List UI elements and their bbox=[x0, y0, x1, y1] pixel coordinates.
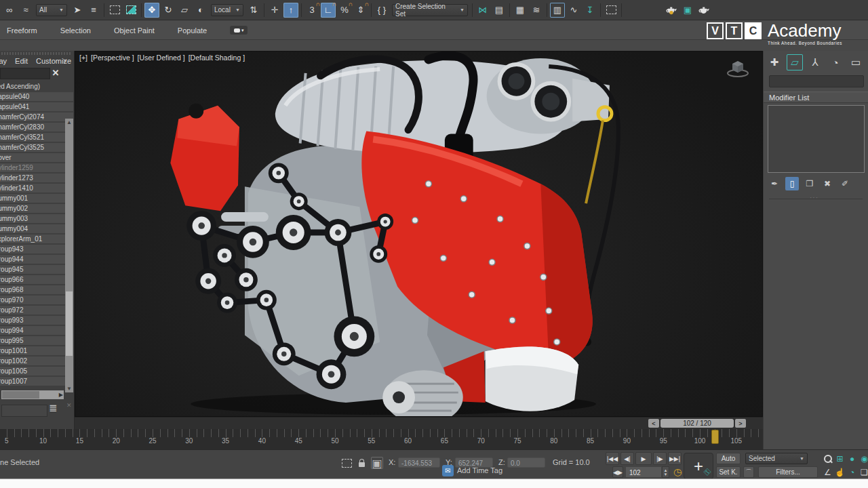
list-item[interactable]: Group995 bbox=[0, 336, 73, 345]
ribbon-tab-selection[interactable]: Selection bbox=[60, 26, 91, 35]
pin-stack-icon[interactable]: ✒ bbox=[768, 177, 781, 190]
selected-set-dropdown[interactable]: Selected▼ bbox=[745, 453, 808, 464]
list-item[interactable]: Capsule040 bbox=[0, 92, 73, 101]
frame-spinner[interactable]: ▲▼ bbox=[662, 466, 669, 478]
snap-toggle-3d-icon[interactable]: 3 bbox=[304, 3, 319, 18]
schematic-view-icon[interactable]: ↧ bbox=[583, 3, 597, 18]
hscrollbar-thumb[interactable] bbox=[2, 391, 39, 399]
play-button[interactable]: ▶ bbox=[635, 452, 652, 465]
list-item[interactable]: Group1007 bbox=[0, 377, 73, 386]
transform-gizmo-icon[interactable] bbox=[604, 3, 618, 18]
select-scale-icon[interactable]: ▱ bbox=[177, 3, 192, 18]
pan-icon[interactable]: ☝ bbox=[834, 466, 846, 479]
orbit-icon[interactable]: ◔ bbox=[846, 466, 858, 479]
set-key-button[interactable]: Set K. bbox=[716, 466, 741, 478]
viewport-menu-view[interactable]: [Perspective ] bbox=[91, 54, 134, 62]
scroll-up-icon[interactable]: ▲ bbox=[65, 119, 73, 126]
configure-modifier-sets-icon[interactable]: ✐ bbox=[838, 177, 852, 190]
window-crossing-icon[interactable] bbox=[123, 3, 138, 18]
add-time-tag-button[interactable]: Add Time Tag bbox=[457, 466, 502, 474]
z-coordinate-field[interactable]: 0.0 bbox=[507, 458, 545, 468]
ribbon-tab-populate[interactable]: Populate bbox=[178, 26, 207, 35]
list-item[interactable]: ChamferCyl3521 bbox=[0, 133, 73, 142]
viewport-menu-camera[interactable]: [User Defined ] bbox=[138, 54, 185, 62]
named-selection-sets-icon[interactable]: { } bbox=[374, 3, 389, 18]
list-item[interactable]: Group968 bbox=[0, 285, 73, 294]
select-object-icon[interactable]: ➤ bbox=[70, 3, 85, 18]
playhead[interactable] bbox=[711, 430, 719, 444]
viewcube[interactable] bbox=[724, 57, 751, 79]
rollout-divider[interactable] bbox=[769, 199, 863, 199]
select-manipulate-icon[interactable]: ✛ bbox=[267, 3, 282, 18]
motion-tab[interactable]: ◔ bbox=[827, 54, 844, 70]
sort-header[interactable]: (Sorted Ascending) bbox=[0, 83, 40, 90]
list-item[interactable]: ChamferCyl2830 bbox=[0, 123, 73, 131]
footer-close-icon[interactable]: ✕ bbox=[66, 402, 72, 409]
previous-frame-button[interactable]: ◀| bbox=[620, 452, 634, 465]
object-name-field[interactable] bbox=[769, 75, 864, 87]
display-tab[interactable]: ▭ bbox=[848, 54, 864, 70]
time-configuration-icon[interactable]: ◷ bbox=[671, 466, 684, 478]
align-icon[interactable]: ▤ bbox=[492, 3, 507, 18]
time-slider-handle[interactable]: < 102 / 120 > bbox=[648, 419, 746, 428]
filters-button[interactable]: Filters... bbox=[758, 466, 818, 478]
auto-key-button[interactable]: Auto bbox=[716, 453, 741, 464]
time-slider-value[interactable]: 102 / 120 bbox=[660, 419, 734, 428]
time-slider-track[interactable]: < 102 / 120 > bbox=[75, 417, 763, 429]
vertical-scrollbar[interactable]: ▲ ▼ bbox=[65, 119, 73, 392]
reference-coordinate-dropdown[interactable]: Local▼ bbox=[211, 4, 243, 16]
make-unique-icon[interactable]: ❐ bbox=[803, 177, 816, 190]
panel-close-icon[interactable]: ✕ bbox=[62, 58, 68, 64]
next-frame-arrow[interactable]: > bbox=[735, 419, 746, 428]
create-selection-set-dropdown[interactable]: Create Selection Set▼ bbox=[392, 4, 468, 16]
scene-search-input[interactable] bbox=[0, 68, 50, 79]
keyboard-override-icon[interactable]: ↑ bbox=[283, 3, 298, 18]
key-mode-toggle[interactable]: ◀▶ bbox=[612, 466, 623, 478]
list-item[interactable]: Group970 bbox=[0, 296, 73, 304]
list-item[interactable]: Group972 bbox=[0, 306, 73, 314]
render-production-icon[interactable] bbox=[696, 3, 711, 18]
mirror-icon[interactable]: ⋈ bbox=[475, 3, 490, 18]
selection-lock-icon[interactable] bbox=[355, 457, 368, 469]
list-item[interactable]: Dummy004 bbox=[0, 224, 73, 233]
list-item[interactable]: Cylinder1259 bbox=[0, 163, 73, 172]
next-frame-button[interactable]: |▶ bbox=[653, 452, 667, 465]
layer-filter-field[interactable] bbox=[1, 405, 47, 417]
scroll-down-icon[interactable]: ▼ bbox=[65, 385, 73, 392]
zoom-extents-icon[interactable]: ● bbox=[846, 452, 858, 465]
scroll-right-icon[interactable]: ▶ bbox=[59, 390, 63, 399]
bind-to-space-warp-icon[interactable]: ≈ bbox=[18, 3, 33, 18]
show-end-result-icon[interactable]: ▯ bbox=[785, 177, 799, 190]
layer-explorer-icon[interactable]: ≋ bbox=[529, 3, 544, 18]
list-item[interactable]: ChamferCyl2074 bbox=[0, 113, 73, 121]
selection-filter-dropdown[interactable]: All▼ bbox=[36, 4, 67, 16]
menu-edit[interactable]: Edit bbox=[15, 57, 28, 65]
zoom-extents-all-icon[interactable]: ◉ bbox=[859, 452, 868, 465]
hierarchy-tab[interactable]: ⅄ bbox=[807, 54, 823, 70]
render-setup-icon[interactable] bbox=[664, 3, 679, 18]
previous-frame-arrow[interactable]: < bbox=[648, 419, 659, 428]
modify-tab[interactable]: ▱ bbox=[787, 54, 803, 70]
rectangular-selection-icon[interactable] bbox=[107, 3, 122, 18]
list-item[interactable]: Group993 bbox=[0, 316, 73, 325]
spinner-snap-icon[interactable]: ⇕ bbox=[353, 3, 368, 18]
zoom-all-icon[interactable]: ⊞ bbox=[834, 452, 846, 465]
ribbon-tab-freeform[interactable]: Freeform bbox=[7, 26, 37, 35]
horizontal-scrollbar[interactable]: ▶ bbox=[1, 390, 64, 399]
modifier-stack[interactable] bbox=[768, 105, 865, 173]
rendered-frame-icon[interactable]: ▣ bbox=[680, 3, 695, 18]
use-pivot-center-icon[interactable]: ⇅ bbox=[246, 3, 261, 18]
field-of-view-icon[interactable]: ∠ bbox=[822, 466, 833, 479]
list-item[interactable]: Dummy002 bbox=[0, 204, 73, 213]
menu-display[interactable]: Display bbox=[0, 57, 7, 65]
go-to-end-button[interactable]: ▶▶| bbox=[668, 452, 682, 465]
list-item[interactable]: Cylinder1410 bbox=[0, 184, 73, 192]
set-keys-button[interactable]: +⚿ bbox=[684, 453, 713, 479]
list-item[interactable]: Group943 bbox=[0, 245, 73, 253]
select-and-link-icon[interactable]: ∞ bbox=[2, 3, 17, 18]
current-frame-field[interactable]: 102 bbox=[625, 466, 662, 478]
list-item[interactable]: Capsule041 bbox=[0, 102, 73, 111]
x-coordinate-field[interactable]: -1634.553 bbox=[398, 458, 440, 468]
create-tab[interactable]: ✚ bbox=[766, 54, 783, 70]
search-clear-icon[interactable]: ✕ bbox=[50, 67, 61, 78]
